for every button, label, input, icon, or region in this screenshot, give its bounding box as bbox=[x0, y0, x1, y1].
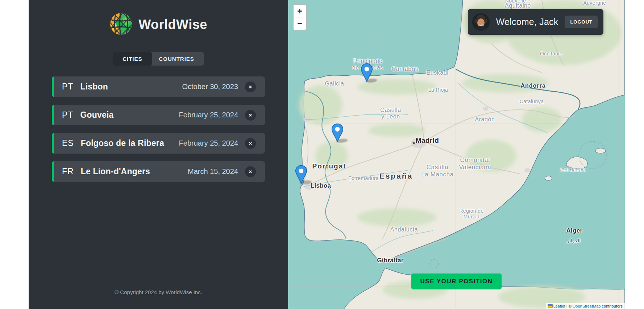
visit-date: March 15, 2024 bbox=[188, 167, 238, 176]
delete-city-button[interactable]: × bbox=[245, 138, 256, 149]
logout-button[interactable]: LOGOUT bbox=[565, 16, 598, 28]
tab-cities[interactable]: CITIES bbox=[113, 52, 152, 66]
leaflet-flag-icon bbox=[548, 304, 553, 308]
osm-link[interactable]: OpenStreetMap bbox=[573, 304, 601, 308]
country-flag: ES bbox=[62, 138, 74, 148]
delete-city-button[interactable]: × bbox=[245, 166, 256, 177]
zoom-out-button[interactable]: − bbox=[294, 17, 306, 30]
welcome-text: Welcome, Jack bbox=[496, 17, 558, 27]
city-name: Lisbon bbox=[80, 82, 108, 92]
visit-date: February 25, 2024 bbox=[179, 139, 238, 147]
city-name: Folgoso de la Ribera bbox=[81, 138, 164, 148]
avatar bbox=[472, 13, 490, 31]
delete-city-button[interactable]: × bbox=[245, 82, 256, 92]
visit-date: October 30, 2023 bbox=[182, 83, 238, 91]
country-flag: FR bbox=[62, 167, 74, 176]
map-marker-pin[interactable] bbox=[295, 165, 307, 184]
app-title: WorldWise bbox=[138, 17, 207, 32]
tab-countries[interactable]: COUNTRIES bbox=[149, 52, 204, 66]
sidebar: WorldWise CITIES COUNTRIES PTLisbonOctob… bbox=[29, 0, 288, 309]
country-flag: PT bbox=[62, 110, 73, 120]
copyright-footer: © Copyright 2024 by WorldWise Inc. bbox=[115, 289, 202, 295]
leaflet-link[interactable]: Leaflet bbox=[553, 304, 565, 308]
zoom-in-button[interactable]: + bbox=[294, 5, 306, 17]
map-canvas[interactable] bbox=[288, 0, 625, 309]
map-marker-pin[interactable] bbox=[332, 124, 343, 142]
country-flag: PT bbox=[62, 82, 73, 92]
city-name: Gouveia bbox=[80, 110, 113, 120]
city-item[interactable]: PTLisbonOctober 30, 2023× bbox=[52, 76, 265, 97]
globe-logo-icon bbox=[109, 12, 133, 37]
visit-date: February 25, 2024 bbox=[179, 111, 238, 119]
city-list: PTLisbonOctober 30, 2023×PTGouveiaFebrua… bbox=[52, 76, 265, 189]
delete-city-button[interactable]: × bbox=[245, 110, 256, 121]
map-marker-pin[interactable] bbox=[361, 63, 373, 82]
list-type-tabs: CITIES COUNTRIES bbox=[113, 52, 204, 66]
app-logo[interactable]: WorldWise bbox=[109, 13, 207, 36]
map-container[interactable]: Nouvelle-AquitaineAuvergneOccitaniePrinc… bbox=[288, 0, 625, 309]
city-item[interactable]: PTGouveiaFebruary 25, 2024× bbox=[52, 105, 265, 125]
map-zoom-control: + − bbox=[293, 4, 307, 30]
use-position-button[interactable]: USE YOUR POSITION bbox=[411, 273, 502, 289]
city-item[interactable]: FRLe Lion-d'AngersMarch 15, 2024× bbox=[52, 161, 265, 182]
city-name: Le Lion-d'Angers bbox=[81, 167, 150, 176]
city-item[interactable]: ESFolgoso de la RiberaFebruary 25, 2024× bbox=[52, 133, 265, 154]
map-attribution: Leaflet | © OpenStreetMap contributors bbox=[546, 303, 625, 309]
user-panel: Welcome, Jack LOGOUT bbox=[468, 9, 603, 35]
worldwise-app: WorldWise CITIES COUNTRIES PTLisbonOctob… bbox=[29, 0, 625, 309]
